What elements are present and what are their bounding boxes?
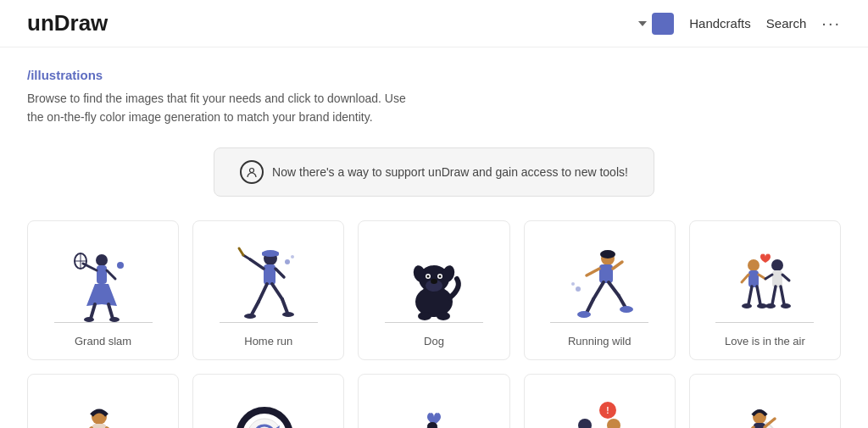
svg-line-22: [272, 284, 282, 299]
illustration-card-dog[interactable]: Dog: [358, 220, 509, 360]
svg-point-28: [291, 255, 294, 258]
illustration-card-buddies[interactable]: !: [524, 374, 676, 428]
illustration-card-baby[interactable]: Baby: [27, 374, 179, 428]
svg-line-66: [772, 286, 776, 304]
svg-line-17: [250, 259, 264, 269]
page-description: Browse to find the images that fit your …: [27, 89, 841, 127]
svg-point-50: [577, 311, 591, 318]
site-header: unDraw Handcrafts Search ···: [0, 0, 868, 47]
svg-line-23: [252, 302, 259, 314]
svg-point-53: [571, 282, 575, 286]
illustration-label: Love is in the air: [725, 335, 805, 347]
svg-point-26: [282, 312, 294, 317]
svg-rect-2: [97, 265, 107, 284]
svg-line-47: [609, 282, 619, 296]
svg-point-68: [765, 303, 776, 308]
main-content: /illustrations Browse to find the images…: [0, 47, 868, 428]
more-options-icon[interactable]: ···: [821, 14, 841, 33]
svg-line-56: [742, 275, 748, 282]
section-title: /illustrations: [27, 68, 841, 82]
promo-banner[interactable]: Now there's a way to support unDraw and …: [214, 147, 654, 197]
svg-line-21: [259, 284, 267, 302]
svg-line-45: [613, 262, 622, 269]
svg-line-7: [107, 270, 115, 279]
illustrations-grid-row1: Grand slam: [27, 220, 841, 360]
illustration-label: Home run: [244, 335, 292, 347]
svg-line-9: [108, 304, 113, 319]
illustration-image-home-run: [207, 238, 330, 323]
svg-point-34: [431, 279, 437, 284]
svg-rect-16: [264, 264, 275, 285]
illustration-image-grand-slam: [42, 238, 164, 323]
svg-point-12: [117, 262, 124, 269]
svg-point-54: [748, 259, 760, 271]
color-picker[interactable]: [638, 13, 674, 35]
svg-rect-63: [772, 270, 782, 287]
illustration-label: Grand slam: [75, 335, 131, 347]
svg-line-65: [782, 275, 789, 281]
color-swatch[interactable]: [652, 13, 674, 35]
promo-text: Now there's a way to support unDraw and …: [272, 165, 628, 179]
svg-point-37: [426, 275, 429, 277]
illustration-card-grand-slam[interactable]: Grand slam: [27, 220, 179, 360]
svg-line-48: [587, 299, 593, 313]
svg-point-1: [96, 254, 108, 266]
svg-point-25: [244, 314, 256, 319]
svg-point-42: [600, 250, 615, 258]
illustration-label: Dog: [424, 335, 444, 347]
svg-point-52: [576, 286, 581, 292]
svg-point-62: [771, 259, 783, 271]
svg-point-0: [250, 168, 254, 172]
svg-point-27: [285, 259, 290, 264]
svg-line-19: [239, 248, 243, 255]
svg-rect-15: [262, 252, 279, 256]
svg-line-64: [765, 275, 772, 279]
svg-point-60: [742, 303, 752, 308]
illustration-card-running-wild[interactable]: Running wild: [524, 220, 676, 360]
illustration-image-baby: [42, 392, 164, 428]
svg-point-82: [248, 419, 281, 428]
illustration-card-not-found[interactable]: Not found: [192, 374, 344, 428]
illustration-label: Running wild: [568, 335, 631, 347]
svg-point-104: [607, 419, 620, 428]
svg-line-67: [781, 286, 784, 304]
illustrations-grid-row2: Baby: [27, 374, 841, 428]
illustration-card-ready-for-waves[interactable]: Ready for waves: [689, 374, 841, 428]
svg-line-59: [757, 286, 760, 304]
illustration-image-buddies: !: [538, 392, 661, 428]
search-link[interactable]: Search: [766, 16, 807, 31]
svg-rect-43: [599, 264, 613, 283]
illustration-image-ready-for-waves: [704, 392, 826, 428]
svg-point-38: [438, 275, 441, 277]
svg-point-39: [418, 312, 431, 320]
illustration-card-home-run[interactable]: Home run: [192, 220, 344, 360]
svg-point-51: [620, 306, 633, 313]
svg-point-69: [781, 303, 791, 308]
dropdown-arrow-icon: [638, 21, 647, 26]
svg-line-20: [275, 269, 284, 277]
svg-line-46: [593, 282, 604, 299]
svg-line-58: [748, 286, 752, 304]
illustration-image-appreciation: [372, 392, 495, 428]
illustration-card-appreciation[interactable]: Appreciation: [358, 374, 509, 428]
svg-line-49: [619, 296, 626, 308]
svg-line-8: [91, 304, 95, 319]
svg-line-44: [587, 269, 599, 275]
illustration-image-running-wild: [538, 238, 661, 323]
svg-text:!: !: [607, 406, 609, 415]
svg-point-40: [437, 312, 450, 320]
svg-rect-71: [92, 424, 107, 428]
handcrafts-link[interactable]: Handcrafts: [689, 16, 751, 31]
svg-rect-55: [748, 270, 759, 287]
illustration-card-love-in-air[interactable]: Love is in the air: [689, 220, 841, 360]
svg-point-96: [578, 419, 592, 428]
svg-line-24: [282, 299, 287, 313]
illustration-image-dog: [372, 238, 495, 323]
illustration-image-not-found: [207, 392, 330, 428]
promo-icon: [240, 160, 264, 184]
nav-right: Handcrafts Search ···: [638, 13, 841, 35]
site-logo[interactable]: unDraw: [27, 10, 108, 36]
illustration-image-love-in-air: [704, 238, 826, 323]
